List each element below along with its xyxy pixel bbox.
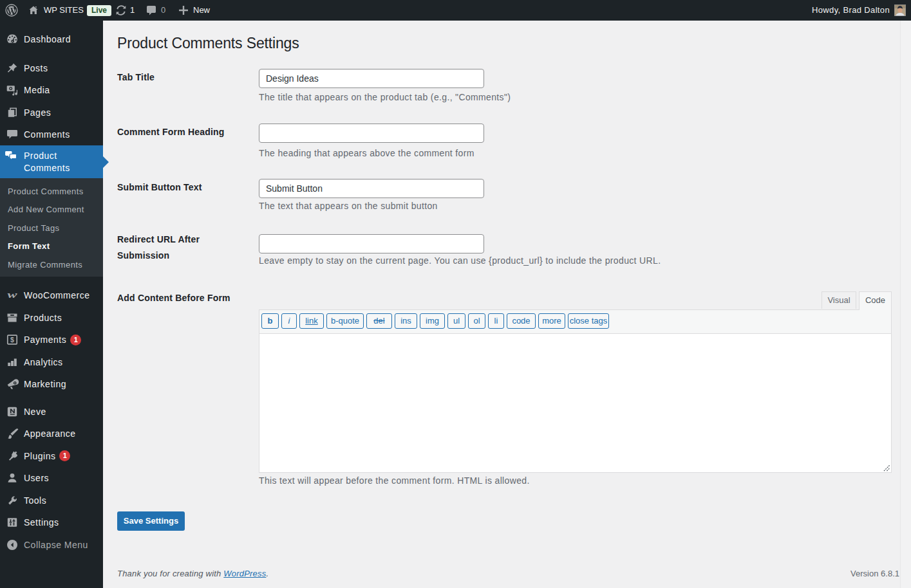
svg-text:$: $ bbox=[10, 336, 14, 344]
svg-text:w: w bbox=[7, 289, 17, 300]
